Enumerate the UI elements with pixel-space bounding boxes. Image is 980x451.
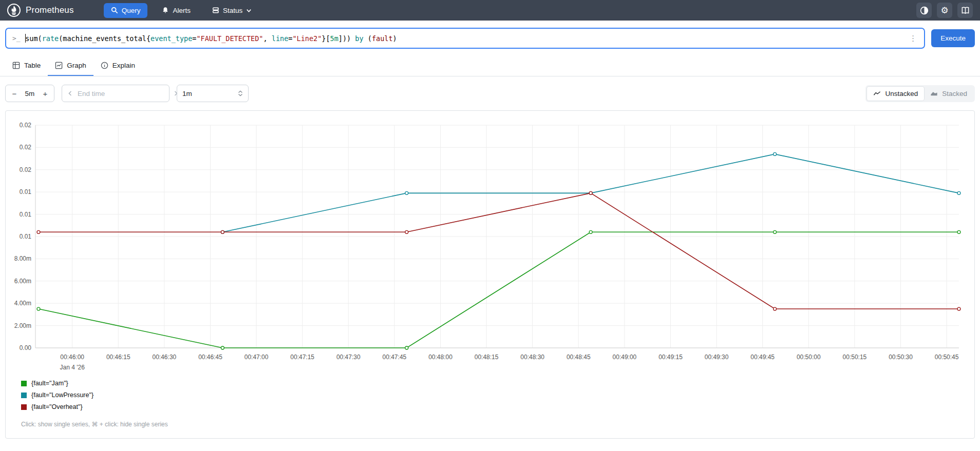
execute-button[interactable]: Execute: [931, 29, 975, 47]
nav-item-query[interactable]: Query: [104, 3, 148, 18]
y-axis-tick-label: 0.02: [20, 144, 32, 151]
legend-label: {fault="LowPressure"}: [31, 391, 93, 399]
theme-toggle-button[interactable]: [916, 3, 932, 18]
x-axis-date-label: Jan 4 '26: [60, 364, 85, 371]
y-axis-tick-label: 4.00m: [14, 300, 31, 307]
tab-label: Explain: [112, 62, 135, 69]
x-axis-tick-label: 00:46:15: [106, 354, 130, 361]
server-icon: [212, 7, 219, 14]
data-point-marker[interactable]: [957, 230, 960, 233]
theme-toggle-icon: [920, 6, 929, 15]
range-decrease-button[interactable]: −: [8, 89, 21, 98]
info-icon: [101, 62, 108, 69]
x-axis-tick-label: 00:50:45: [935, 354, 959, 361]
settings-button[interactable]: ⚙: [937, 3, 952, 18]
data-point-marker[interactable]: [405, 346, 408, 349]
top-navbar: Prometheus Query Alerts: [0, 0, 980, 21]
y-axis-tick-label: 2.00m: [14, 322, 31, 329]
end-time-input[interactable]: [78, 90, 168, 97]
y-axis-tick-label: 0.02: [20, 122, 32, 129]
y-axis-tick-label: 8.00m: [14, 255, 31, 262]
promql-expression[interactable]: sum(rate(machine_events_total{event_type…: [25, 34, 904, 43]
legend-swatch: [21, 404, 27, 410]
legend-help-text: Click: show single series, ⌘ + click: hi…: [6, 410, 974, 430]
area-chart-icon: [930, 90, 938, 96]
docs-book-icon: [961, 6, 970, 15]
data-point-marker[interactable]: [774, 152, 777, 155]
range-increase-button[interactable]: +: [39, 89, 52, 98]
x-axis-tick-label: 00:48:30: [520, 354, 544, 361]
query-expression-input[interactable]: >_ sum(rate(machine_events_total{event_t…: [5, 28, 925, 49]
x-axis-tick-label: 00:47:15: [290, 354, 314, 361]
y-axis-tick-label: 0.01: [20, 211, 32, 218]
data-point-marker[interactable]: [221, 230, 224, 233]
data-point-marker[interactable]: [589, 191, 592, 194]
x-axis-tick-label: 00:50:30: [889, 354, 913, 361]
graph-icon: [55, 62, 63, 69]
unstacked-button[interactable]: Unstacked: [867, 87, 924, 101]
data-point-marker[interactable]: [37, 230, 40, 233]
resolution-select[interactable]: [177, 85, 249, 102]
x-axis-tick-label: 00:49:15: [658, 354, 683, 361]
tab-explain[interactable]: Explain: [93, 56, 142, 76]
data-point-marker[interactable]: [37, 307, 40, 310]
y-axis-tick-label: 0.02: [20, 166, 32, 173]
unstacked-label: Unstacked: [885, 90, 918, 97]
legend-label: {fault="Jam"}: [31, 380, 68, 387]
x-axis-tick-label: 00:48:00: [428, 354, 453, 361]
x-axis-tick-label: 00:47:30: [336, 354, 361, 361]
x-axis-tick-label: 00:50:15: [843, 354, 867, 361]
x-axis-tick-label: 00:50:00: [797, 354, 821, 361]
tab-graph[interactable]: Graph: [48, 56, 93, 76]
legend-item-lowpressure[interactable]: {fault="LowPressure"}: [21, 391, 974, 399]
nav-item-label: Status: [223, 7, 242, 14]
prometheus-logo-icon: [7, 4, 21, 17]
y-axis-tick-label: 0.01: [20, 188, 32, 195]
query-options-kebab-icon[interactable]: ⋮: [908, 34, 918, 43]
data-point-marker[interactable]: [221, 346, 224, 349]
x-axis-tick-label: 00:48:45: [567, 354, 591, 361]
docs-button[interactable]: [957, 3, 973, 18]
panel-tabs: Table Graph Explain: [0, 56, 980, 76]
brand: Prometheus: [7, 4, 74, 17]
data-point-marker[interactable]: [957, 307, 960, 310]
stacked-button[interactable]: Stacked: [924, 87, 973, 101]
legend-item-jam[interactable]: {fault="Jam"}: [21, 380, 974, 387]
series-legend: {fault="Jam"} {fault="LowPressure"} {fau…: [6, 377, 974, 410]
stepper-chevrons-icon[interactable]: [238, 90, 243, 96]
x-axis-tick-label: 00:46:00: [60, 354, 84, 361]
end-time-picker: [62, 85, 169, 102]
stacking-toggle: Unstacked Stacked: [865, 85, 975, 102]
tab-label: Graph: [67, 62, 86, 69]
graph-controls: − + Unstacked: [0, 76, 980, 110]
data-point-marker[interactable]: [774, 307, 777, 310]
x-axis-tick-label: 00:46:30: [153, 354, 177, 361]
legend-swatch: [21, 381, 27, 386]
x-axis-tick-label: 00:48:15: [475, 354, 499, 361]
y-axis-tick-label: 0.00: [20, 344, 32, 351]
data-point-marker[interactable]: [774, 230, 777, 233]
query-row: >_ sum(rate(machine_events_total{event_t…: [0, 21, 980, 54]
x-axis-tick-label: 00:49:30: [705, 354, 729, 361]
nav-item-label: Alerts: [173, 7, 191, 14]
x-axis-tick-label: 00:46:45: [198, 354, 222, 361]
data-point-marker[interactable]: [405, 230, 408, 233]
app-title: Prometheus: [26, 5, 74, 15]
nav-item-alerts[interactable]: Alerts: [155, 3, 198, 18]
tab-table[interactable]: Table: [5, 56, 48, 76]
graph-canvas[interactable]: 0.002.00m4.00m6.00m8.00m0.010.010.010.02…: [6, 118, 973, 375]
x-axis-tick-label: 00:47:45: [383, 354, 407, 361]
data-point-marker[interactable]: [405, 191, 408, 194]
settings-gear-icon: ⚙: [940, 6, 948, 15]
nav-item-status[interactable]: Status: [205, 3, 259, 18]
range-input[interactable]: [21, 90, 39, 97]
resolution-input[interactable]: [182, 90, 223, 97]
data-point-marker[interactable]: [957, 191, 960, 194]
legend-item-overheat[interactable]: {fault="Overheat"}: [21, 403, 974, 410]
chevron-left-icon[interactable]: [67, 90, 73, 96]
series-line: [39, 193, 959, 309]
data-point-marker[interactable]: [589, 230, 592, 233]
legend-swatch: [21, 393, 27, 398]
y-axis-tick-label: 6.00m: [14, 278, 31, 285]
range-selector: − +: [5, 85, 54, 102]
